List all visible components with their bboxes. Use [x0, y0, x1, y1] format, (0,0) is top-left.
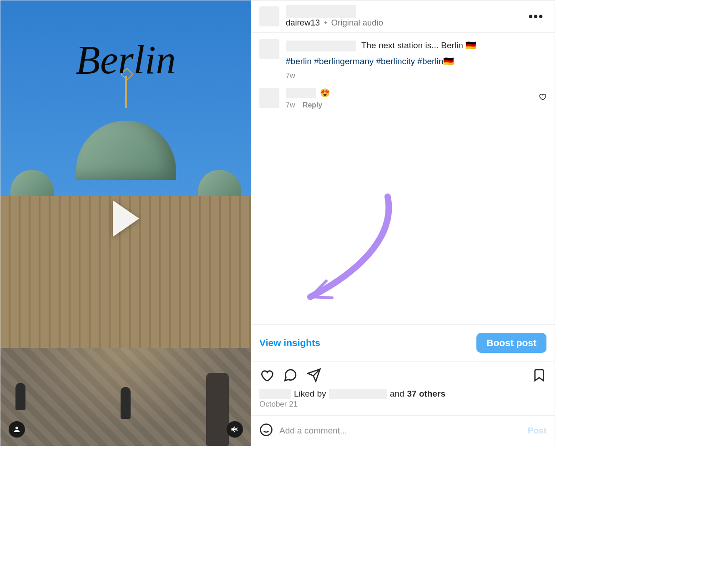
comment-row: 😍 7w Reply	[259, 88, 546, 109]
annotation-arrow	[292, 188, 397, 306]
comment-input[interactable]	[279, 426, 521, 436]
post-header: dairew13 • Original audio •••	[251, 0, 555, 33]
media-decor	[206, 373, 229, 446]
liker-avatar-placeholder	[259, 389, 291, 399]
comment-age: 7w	[286, 101, 295, 109]
post-comment-button[interactable]: Post	[528, 426, 546, 436]
post-date: October 21	[251, 400, 555, 415]
heart-icon	[538, 92, 546, 101]
boost-post-button[interactable]: Boost post	[476, 333, 546, 353]
svg-point-0	[261, 424, 272, 436]
username-placeholder[interactable]	[286, 41, 356, 51]
heart-icon	[259, 368, 274, 382]
comment-icon	[283, 368, 298, 382]
likes-line[interactable]: Liked by and 37 others	[251, 387, 555, 400]
view-insights-link[interactable]: View insights	[259, 337, 320, 348]
send-icon	[307, 368, 321, 382]
save-button[interactable]	[532, 368, 546, 384]
mute-icon	[230, 425, 239, 434]
audio-user[interactable]: dairew13	[286, 18, 320, 27]
liked-by-prefix: Liked by	[294, 389, 326, 399]
avatar[interactable]	[259, 88, 279, 108]
caption-age: 7w	[286, 71, 546, 82]
post-details-panel: dairew13 • Original audio ••• The next s…	[251, 0, 555, 446]
avatar[interactable]	[259, 39, 279, 59]
comment-input-bar: Post	[251, 415, 555, 446]
comments-area: The next station is... Berlin 🇩🇪 #berlin…	[251, 33, 555, 324]
separator: •	[324, 18, 327, 27]
bookmark-icon	[532, 368, 546, 382]
post-media[interactable]: Berlin	[0, 0, 251, 446]
post-container: Berlin dairew13 • Original audio •••	[0, 0, 555, 446]
action-bar	[251, 361, 555, 387]
caption-row: The next station is... Berlin 🇩🇪 #berlin…	[259, 39, 546, 82]
media-overlay-title: Berlin	[0, 37, 251, 83]
media-decor	[121, 387, 131, 419]
more-options-button[interactable]: •••	[526, 8, 546, 25]
comment-button[interactable]	[283, 368, 298, 384]
like-comment-button[interactable]	[538, 88, 546, 102]
liker-name-placeholder	[329, 389, 387, 399]
media-decor	[15, 383, 25, 410]
emoji-button[interactable]	[259, 423, 273, 438]
like-button[interactable]	[259, 368, 274, 384]
liked-by-and: and	[390, 389, 404, 399]
insights-bar: View insights Boost post	[251, 324, 555, 361]
person-icon	[13, 425, 21, 433]
avatar[interactable]	[259, 6, 279, 26]
comment-text: 😍	[320, 88, 330, 97]
username-placeholder[interactable]	[286, 88, 316, 98]
audio-label[interactable]: Original audio	[331, 18, 383, 27]
caption-text: The next station is... Berlin 🇩🇪	[361, 41, 476, 50]
play-icon[interactable]	[113, 200, 139, 237]
tagged-people-button[interactable]	[9, 421, 25, 438]
reply-button[interactable]: Reply	[303, 101, 323, 109]
share-button[interactable]	[307, 368, 321, 384]
liked-by-others: 37 others	[407, 389, 445, 399]
header-text: dairew13 • Original audio	[286, 5, 383, 28]
emoji-icon	[259, 423, 273, 437]
mute-button[interactable]	[227, 421, 243, 438]
caption-hashtags[interactable]: #berlin #berlingermany #berlincity #berl…	[286, 55, 546, 68]
username-placeholder[interactable]	[286, 5, 356, 18]
